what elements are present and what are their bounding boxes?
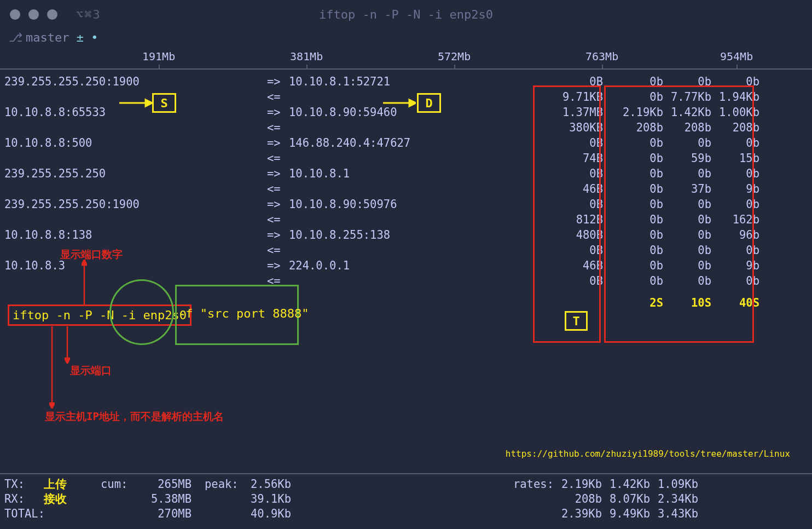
rate-10s: 0b — [663, 136, 711, 150]
rate-40s: 1.94Kb — [711, 90, 759, 104]
total-rx: 46B — [546, 182, 603, 196]
total-rate-2s: 2.39Kb — [554, 507, 602, 521]
total-peak: 40.9Kb — [251, 507, 311, 521]
tx-label: TX: — [4, 477, 44, 492]
rate-2s: 208b — [615, 120, 663, 135]
rate-40s: 0b — [711, 197, 759, 211]
rate-2s: 0b — [615, 166, 663, 181]
footer-divider — [0, 473, 812, 474]
connection-row: <=0B0b0b0b — [0, 243, 812, 258]
rate-40s: 0b — [711, 274, 759, 288]
rate-10s: 0b — [663, 166, 711, 181]
rate-40s: 0b — [711, 136, 759, 150]
connection-row: <=812B0b0b162b — [0, 212, 812, 227]
annotation-ip-note: 显示主机IP地址，而不是解析的主机名 — [45, 410, 224, 424]
peak-label: peak: — [205, 477, 251, 492]
titlebar: ⌥⌘3 iftop -n -P -N -i enp2s0 — [0, 0, 812, 28]
arrow-tx-icon: => — [267, 74, 289, 89]
rate-40s: 0b — [711, 166, 759, 181]
dest-host: 10.10.8.90:50976 — [289, 197, 546, 211]
connection-list: 239.255.255.250:1900=>10.10.8.1:527210B0… — [0, 70, 812, 289]
rate-2s: 0b — [615, 151, 663, 165]
rx-rate-40s: 2.34Kb — [650, 492, 698, 507]
footer-rx-row: RX: 接收 5.38MB 39.1Kb 208b 8.07Kb 2.34Kb — [4, 492, 808, 507]
arrow-icon — [65, 326, 70, 364]
connection-row: 239.255.255.250:1900=>10.10.8.1:527210B0… — [0, 74, 812, 89]
bandwidth-scale: 191Mb 381Mb 572Mb 763Mb 954Mb — [0, 50, 812, 70]
dest-host: 224.0.0.1 — [289, 258, 546, 273]
rx-rate-2s: 208b — [554, 492, 602, 507]
tx-rate-40s: 1.09Kb — [650, 477, 698, 492]
rate-2s: 0b — [615, 74, 663, 89]
total-rate-40s: 3.43Kb — [650, 507, 698, 521]
rates-label: rates: — [311, 477, 554, 492]
total-rx: 380KB — [546, 120, 603, 135]
annotation-cmd-text: iftop -n -P -N — [13, 308, 114, 322]
rate-40s: 96b — [711, 228, 759, 242]
connection-row: 239.255.255.250:1900=>10.10.8.90:509760B… — [0, 197, 812, 212]
branch-bar: ⎇master ± • — [0, 28, 812, 47]
rate-10s: 37b — [663, 182, 711, 196]
tx-peak: 2.56Kb — [251, 477, 311, 492]
total-cum: 270MB — [144, 507, 205, 521]
arrow-rx-icon: <= — [267, 182, 289, 196]
svg-marker-7 — [65, 358, 70, 364]
annotation-port: 显示端口 — [70, 364, 112, 378]
connection-row: 10.10.8.8:65533=>10.10.8.90:594601.37MB2… — [0, 105, 812, 120]
source-host: 239.255.255.250 — [4, 166, 267, 181]
svg-marker-9 — [49, 403, 55, 409]
annotation-interface-circle — [109, 279, 174, 345]
arrow-tx-icon: => — [267, 166, 289, 181]
rate-10s: 0b — [663, 212, 711, 227]
connection-row: <=74B0b59b15b — [0, 151, 812, 166]
scale-tick: 763Mb — [585, 50, 618, 63]
connection-row: <=9.71KB0b7.77Kb1.94Kb — [0, 89, 812, 105]
scale-tick: 381Mb — [290, 50, 323, 63]
dest-host: 10.10.8.255:138 — [289, 228, 546, 242]
arrow-rx-icon: <= — [267, 120, 289, 135]
total-tx: 0B — [546, 136, 603, 150]
rate-col-10s: 10S — [663, 296, 711, 309]
rate-2s: 0b — [615, 243, 663, 257]
rate-2s: 0b — [615, 90, 663, 104]
rate-10s: 0b — [663, 274, 711, 288]
scale-tick: 572Mb — [438, 50, 471, 63]
git-branch-icon: ⎇ — [9, 31, 22, 44]
rate-2s: 0b — [615, 274, 663, 288]
arrow-tx-icon: => — [267, 197, 289, 211]
total-rx: 74B — [546, 151, 603, 165]
dest-host: 10.10.8.1 — [289, 166, 546, 181]
rate-40s: 15b — [711, 151, 759, 165]
source-link[interactable]: https://github.com/zhuziyi1989/tools/tre… — [506, 449, 790, 459]
dest-host: 10.10.8.90:59460 — [289, 105, 546, 119]
dest-host: 146.88.240.4:47627 — [289, 136, 546, 150]
rate-10s: 7.77Kb — [663, 90, 711, 104]
source-host: 239.255.255.250:1900 — [4, 197, 267, 211]
rate-2s: 0b — [615, 228, 663, 242]
cum-label: cum: — [101, 477, 144, 492]
total-tx: 0B — [546, 74, 603, 89]
tx-rate-10s: 1.42Kb — [602, 477, 650, 492]
scale-tick: 954Mb — [720, 50, 753, 63]
rx-label: RX: — [4, 492, 44, 507]
rx-rate-10s: 8.07Kb — [602, 492, 650, 507]
connection-row: 10.10.8.8:500=>146.88.240.4:476270B0b0b0… — [0, 135, 812, 151]
arrow-tx-icon: => — [267, 258, 289, 273]
window-title: iftop -n -P -N -i enp2s0 — [0, 8, 812, 21]
rate-40s: 9b — [711, 258, 759, 273]
total-rx: 0B — [546, 243, 603, 257]
rate-40s: 0b — [711, 74, 759, 89]
total-tx: 46B — [546, 258, 603, 273]
rate-10s: 0b — [663, 197, 711, 211]
total-tx: 480B — [546, 228, 603, 242]
annotation-totals-label: T — [565, 311, 588, 331]
connection-row: 239.255.255.250=>10.10.8.10B0b0b0b — [0, 166, 812, 181]
total-tx: 1.37MB — [546, 105, 603, 119]
rate-2s: 0b — [615, 212, 663, 227]
rate-40s: 0b — [711, 243, 759, 257]
rate-2s: 0b — [615, 258, 663, 273]
connection-row: <=380KB208b208b208b — [0, 120, 812, 135]
connection-row: <=46B0b37b9b — [0, 181, 812, 197]
rate-10s: 0b — [663, 258, 711, 273]
footer-total-row: TOTAL: 270MB 40.9Kb 2.39Kb 9.49Kb 3.43Kb — [4, 507, 808, 521]
